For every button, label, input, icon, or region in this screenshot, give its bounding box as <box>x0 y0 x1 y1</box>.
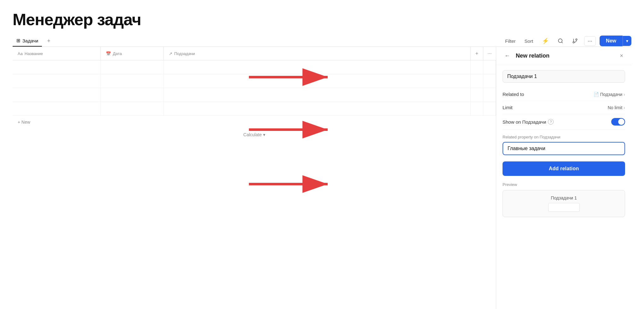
branch-icon <box>572 38 578 44</box>
filter-button[interactable]: Filter <box>503 37 518 45</box>
table-header: Аа Название 📅 Дата ↗ Подзадачи + ··· <box>13 47 496 60</box>
relation-name-input[interactable] <box>503 70 625 83</box>
column-header-subtasks: ↗ Подзадачи <box>164 47 471 60</box>
column-subtasks-label: Подзадачи <box>174 51 195 56</box>
page-title: Менеджер задач <box>13 10 631 29</box>
arrow-icon: ↗ <box>169 51 172 56</box>
cell-date-2[interactable] <box>101 74 164 88</box>
table-row <box>13 88 496 102</box>
show-on-toggle[interactable] <box>611 118 625 126</box>
panel-header: ← New relation × <box>496 47 631 65</box>
panel-title: New relation <box>516 53 614 59</box>
help-icon[interactable]: ? <box>548 119 554 125</box>
column-header-name: Аа Название <box>13 47 101 60</box>
preview-label: Preview <box>503 182 625 187</box>
calculate-label: Calculate <box>243 132 262 137</box>
related-property-section-label: Related property on Подзадачи <box>503 135 625 139</box>
column-date-label: Дата <box>113 51 122 56</box>
svg-line-1 <box>562 42 563 43</box>
related-property-section: Related property on Подзадачи <box>503 135 625 155</box>
panel-close-button[interactable]: × <box>618 52 625 60</box>
preview-box: Подзадачи 1 <box>503 190 625 217</box>
tab-tasks-label: Задачи <box>22 38 38 43</box>
related-to-row: Related to 📄 Подзадачи › <box>503 88 625 101</box>
related-to-value[interactable]: 📄 Подзадачи › <box>594 92 625 97</box>
related-to-label: Related to <box>503 92 524 97</box>
add-column-button[interactable]: + <box>471 47 483 60</box>
new-main-button[interactable]: New <box>600 36 623 46</box>
calculate-row[interactable]: Calculate ▾ <box>13 128 496 141</box>
column-options-button[interactable]: ··· <box>483 47 496 60</box>
cell-subtasks-1[interactable] <box>164 60 471 74</box>
limit-chevron-icon: › <box>624 105 625 110</box>
table-area: Аа Название 📅 Дата ↗ Подзадачи + ··· <box>13 47 496 309</box>
cell-date-3[interactable] <box>101 88 164 102</box>
cell-name-1[interactable] <box>13 60 101 74</box>
limit-text: No limit <box>608 105 623 110</box>
toolbar: ⊞ Задачи + Filter Sort ⚡ ··· New ▾ <box>13 35 631 47</box>
cell-subtasks-4[interactable] <box>164 102 471 115</box>
more-options-button[interactable]: ··· <box>584 36 596 46</box>
main-content: Аа Название 📅 Дата ↗ Подзадачи + ··· <box>13 47 631 309</box>
cell-extra2-4 <box>483 102 496 115</box>
show-label-group: Show on Подзадачи ? <box>503 119 554 125</box>
show-on-row: Show on Подзадачи ? <box>503 114 625 130</box>
preview-col-box <box>548 203 580 212</box>
search-button[interactable] <box>555 37 566 45</box>
panel-back-button[interactable]: ← <box>503 52 512 60</box>
sort-button[interactable]: Sort <box>522 37 536 45</box>
cell-extra-3 <box>471 88 483 102</box>
limit-label: Limit <box>503 105 513 110</box>
document-icon: 📄 <box>594 92 599 97</box>
calendar-icon: 📅 <box>106 51 111 56</box>
limit-value[interactable]: No limit › <box>608 105 625 110</box>
cell-extra2-3 <box>483 88 496 102</box>
cell-extra-1 <box>471 60 483 74</box>
preview-column-name: Подзадачи 1 <box>551 195 577 200</box>
cell-date-4[interactable] <box>101 102 164 115</box>
panel-body: Related to 📄 Подзадачи › Limit No limit … <box>496 65 631 222</box>
cell-extra-2 <box>471 74 483 88</box>
show-on-label: Show on Подзадачи <box>503 119 546 125</box>
cell-extra-4 <box>471 102 483 115</box>
cell-name-2[interactable] <box>13 74 101 88</box>
new-row-button[interactable]: + New <box>13 116 496 128</box>
cell-subtasks-2[interactable] <box>164 74 471 88</box>
branch-button[interactable] <box>570 37 580 45</box>
cell-subtasks-3[interactable] <box>164 88 471 102</box>
column-header-date: 📅 Дата <box>101 47 164 60</box>
toolbar-left: ⊞ Задачи + <box>13 35 53 47</box>
new-dropdown-button[interactable]: ▾ <box>623 36 631 46</box>
related-to-text: Подзадачи <box>600 92 623 97</box>
add-tab-button[interactable]: + <box>44 37 53 46</box>
table-row <box>13 102 496 116</box>
related-property-input[interactable] <box>503 142 625 155</box>
table-icon: ⊞ <box>16 38 20 43</box>
cell-extra2-2 <box>483 74 496 88</box>
add-relation-button[interactable]: Add relation <box>503 161 625 176</box>
cell-name-4[interactable] <box>13 102 101 115</box>
column-name-label: Название <box>25 51 43 56</box>
new-button-group: New ▾ <box>600 36 631 46</box>
limit-row: Limit No limit › <box>503 101 625 114</box>
chevron-right-icon: › <box>624 92 625 97</box>
table-row <box>13 60 496 74</box>
svg-point-0 <box>558 39 562 42</box>
right-panel: ← New relation × Related to 📄 Подзадачи … <box>496 47 631 309</box>
cell-name-3[interactable] <box>13 88 101 102</box>
cell-date-1[interactable] <box>101 60 164 74</box>
text-icon: Аа <box>18 51 23 56</box>
table-row <box>13 74 496 88</box>
calculate-chevron-icon: ▾ <box>263 132 265 137</box>
cell-extra2-1 <box>483 60 496 74</box>
toolbar-right: Filter Sort ⚡ ··· New ▾ <box>503 36 631 46</box>
lightning-button[interactable]: ⚡ <box>539 36 551 46</box>
tab-tasks[interactable]: ⊞ Задачи <box>13 35 42 47</box>
preview-section: Preview Подзадачи 1 <box>503 182 625 217</box>
search-icon <box>558 38 563 44</box>
